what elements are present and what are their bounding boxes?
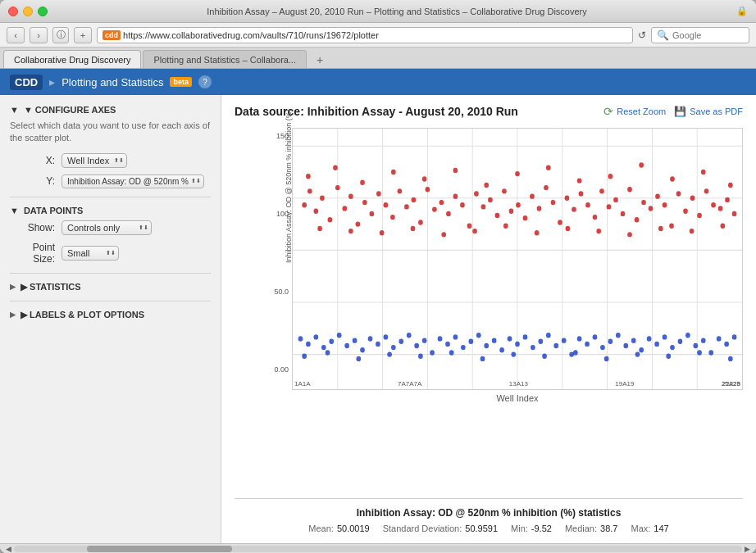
- browser-window: Inhibition Assay – August 20, 2010 Run –…: [0, 0, 756, 553]
- svg-point-17: [320, 196, 325, 201]
- svg-point-161: [724, 342, 729, 347]
- x-axis-ticks: 1A1A 7A7A7A 13A13 19A19 25A25: [294, 380, 740, 388]
- svg-point-114: [360, 347, 365, 352]
- reset-zoom-button[interactable]: ⟳ Reset Zoom: [603, 105, 666, 118]
- svg-point-30: [412, 197, 417, 202]
- svg-point-73: [711, 202, 716, 207]
- svg-point-158: [701, 338, 706, 342]
- url-input[interactable]: cdd https://www.collaborativedrug.com/va…: [97, 27, 633, 43]
- svg-point-60: [621, 211, 626, 216]
- svg-point-128: [468, 339, 473, 344]
- svg-point-44: [509, 209, 514, 214]
- svg-point-61: [627, 187, 632, 192]
- scrollbar-thumb[interactable]: [87, 546, 233, 552]
- tab-cdd[interactable]: Collaborative Drug Discovery: [3, 50, 141, 68]
- show-value: Controls only: [67, 223, 120, 233]
- point-size-select[interactable]: Small: [61, 246, 119, 261]
- y-axis-select[interactable]: Inhibition Assay: OD @ 520nm %: [61, 175, 204, 188]
- add-tab-button[interactable]: +: [74, 27, 92, 43]
- std-value: 50.9591: [465, 524, 498, 533]
- svg-point-120: [407, 333, 412, 338]
- svg-point-42: [495, 213, 500, 218]
- chart-header: Data source: Inhibition Assay - August 2…: [235, 105, 743, 118]
- minimize-button[interactable]: [23, 7, 33, 16]
- horizontal-scrollbar[interactable]: ◀ ▶: [0, 543, 756, 553]
- svg-point-140: [562, 338, 567, 342]
- svg-point-177: [728, 356, 733, 361]
- svg-point-29: [404, 204, 409, 209]
- labels-header[interactable]: ▶ ▶ LABELS & PLOT OPTIONS: [10, 310, 211, 320]
- statistics-label: ▶ STATISTICS: [20, 282, 81, 292]
- statistics-header[interactable]: ▶ ▶ STATISTICS: [10, 282, 211, 292]
- close-button[interactable]: [8, 7, 18, 16]
- svg-point-124: [438, 336, 443, 341]
- scroll-left-button[interactable]: ◀: [3, 545, 14, 553]
- svg-point-36: [453, 194, 458, 199]
- svg-point-133: [508, 336, 512, 341]
- svg-point-63: [641, 200, 646, 205]
- svg-point-168: [449, 350, 454, 355]
- tab-plotting[interactable]: Plotting and Statistics – Collabora...: [143, 50, 307, 68]
- svg-point-38: [467, 224, 472, 229]
- scroll-right-button[interactable]: ▶: [742, 545, 753, 553]
- save-icon: 💾: [674, 106, 686, 117]
- stat-std: Standard Deviation: 50.9591: [383, 524, 498, 533]
- configure-axes-triangle: ▼: [10, 105, 19, 115]
- svg-point-88: [639, 162, 644, 167]
- info-button[interactable]: ⓘ: [52, 27, 69, 43]
- data-points-header[interactable]: ▼ DATA POINTS: [10, 206, 211, 215]
- svg-point-20: [342, 206, 347, 211]
- svg-point-112: [344, 343, 349, 348]
- url-bar: ‹ › ⓘ + cdd https://www.collaborativedru…: [0, 23, 756, 48]
- mean-label: Mean:: [308, 524, 334, 533]
- svg-point-32: [426, 187, 430, 192]
- svg-point-69: [683, 209, 688, 214]
- save-pdf-button[interactable]: 💾 Save as PDF: [674, 106, 743, 117]
- y-tick-100: 100: [235, 210, 289, 218]
- configure-axes-header[interactable]: ▼ ▼ CONFIGURE AXES: [10, 105, 211, 115]
- svg-point-102: [627, 232, 632, 237]
- chart-container: Inhibition Assay: OD @ 520nm % inhibitio…: [235, 128, 743, 498]
- app-header: CDD ▸ Plotting and Statistics beta ?: [0, 69, 756, 95]
- svg-point-43: [502, 188, 507, 193]
- svg-point-39: [474, 191, 479, 196]
- new-tab-button[interactable]: +: [312, 52, 328, 68]
- scatter-plot[interactable]: 1A1A 7A7A7A 13A13 19A19 25A25 22228: [292, 128, 743, 390]
- y-axis-value: Inhibition Assay: OD @ 520nm %: [67, 177, 189, 186]
- back-button[interactable]: ‹: [7, 27, 25, 43]
- svg-point-126: [453, 334, 458, 339]
- stats-row: Mean: 50.0019 Standard Deviation: 50.959…: [235, 524, 743, 533]
- x-axis-label: Well Index: [235, 393, 743, 403]
- y-tick-150: 150: [235, 132, 289, 140]
- median-value: 38.7: [600, 524, 617, 533]
- reset-zoom-label: Reset Zoom: [617, 107, 666, 116]
- search-box[interactable]: 🔍: [651, 27, 749, 43]
- svg-point-151: [647, 336, 652, 341]
- x-max-label: 22228: [722, 380, 740, 388]
- data-points-label: DATA POINTS: [24, 206, 84, 215]
- point-size-value: Small: [67, 248, 90, 258]
- svg-point-149: [631, 338, 636, 342]
- stat-median: Median: 38.7: [565, 524, 618, 533]
- median-label: Median:: [565, 524, 597, 533]
- svg-point-57: [599, 188, 604, 193]
- svg-point-108: [314, 334, 319, 339]
- svg-point-165: [356, 356, 361, 361]
- search-input[interactable]: [672, 30, 738, 40]
- show-select[interactable]: Controls only: [61, 220, 152, 235]
- reload-button[interactable]: ↺: [638, 29, 646, 41]
- x-axis-select[interactable]: Well Index: [61, 153, 127, 168]
- svg-point-154: [670, 345, 675, 350]
- svg-point-90: [701, 170, 706, 175]
- svg-point-59: [613, 197, 618, 202]
- svg-point-79: [360, 180, 365, 185]
- help-button[interactable]: ?: [198, 75, 212, 88]
- svg-point-48: [537, 206, 542, 211]
- beta-badge: beta: [170, 77, 192, 87]
- y-label: Y:: [10, 175, 55, 187]
- chart-wrapper: Inhibition Assay: OD @ 520nm % inhibitio…: [235, 128, 743, 390]
- scrollbar-track[interactable]: [14, 546, 742, 552]
- maximize-button[interactable]: [38, 7, 48, 16]
- svg-point-160: [717, 336, 722, 341]
- forward-button[interactable]: ›: [30, 27, 48, 43]
